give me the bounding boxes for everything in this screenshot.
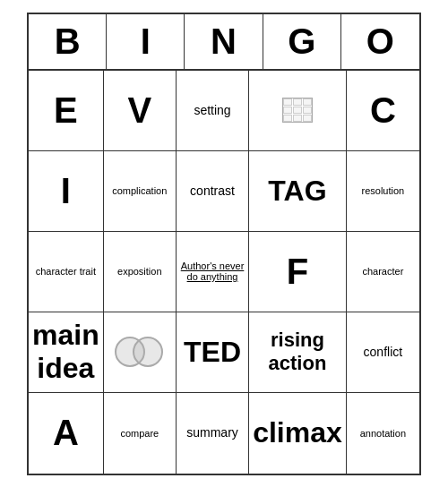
venn-circle-right — [133, 337, 163, 367]
venn-circles — [113, 334, 167, 370]
cell-r3c5: character — [347, 232, 419, 312]
cell-r2c3: contrast — [177, 151, 249, 232]
cell-text: exposition — [117, 266, 162, 277]
cell-r1c1: E — [29, 71, 104, 151]
grid-cell — [283, 115, 292, 122]
cell-r1c5: C — [347, 71, 419, 151]
cell-r3c1: character trait — [29, 232, 104, 312]
cell-text: conflict — [364, 345, 403, 360]
grid-cell — [283, 107, 292, 114]
bingo-card: B I N G O E V setting — [27, 13, 421, 475]
cell-r4c2-venn — [104, 312, 177, 393]
cell-r1c4-free — [249, 71, 347, 151]
cell-text: annotation — [360, 428, 406, 439]
cell-r5c3: summary — [177, 393, 249, 474]
grid-cell — [283, 98, 292, 106]
bingo-grid: E V setting C I — [29, 71, 419, 474]
cell-text: E — [54, 90, 78, 131]
grid-cell — [293, 98, 302, 106]
grid-cell — [303, 115, 312, 122]
cell-text: setting — [194, 103, 230, 118]
cell-r5c2: compare — [104, 393, 177, 474]
cell-text: contrast — [190, 184, 235, 199]
cell-text: character trait — [36, 266, 96, 277]
cell-text: A — [53, 413, 79, 453]
cell-text: character — [362, 266, 403, 277]
header-n: N — [185, 14, 263, 69]
cell-text: TAG — [268, 175, 326, 208]
header-i: I — [107, 14, 185, 69]
cell-r5c5: annotation — [347, 393, 419, 474]
cell-r2c5: resolution — [347, 151, 419, 232]
cell-text: summary — [186, 425, 238, 440]
grid-cell — [293, 115, 302, 122]
cell-r2c1: I — [29, 151, 104, 232]
header-o: O — [341, 14, 419, 69]
cell-r3c2: exposition — [104, 232, 177, 312]
cell-text: F — [287, 252, 308, 292]
cell-text: climax — [253, 416, 342, 449]
cell-r3c4: F — [249, 232, 347, 312]
cell-r4c1: main idea — [29, 312, 104, 393]
cell-text: C — [370, 90, 396, 131]
cell-r3c3: Author's never do anything — [177, 232, 249, 312]
venn-diagram — [113, 334, 167, 370]
cell-text: main idea — [32, 319, 99, 385]
cell-r1c2: V — [104, 71, 177, 151]
cell-text: TED — [184, 336, 241, 369]
cell-r4c5: conflict — [347, 312, 419, 393]
cell-r4c4: rising action — [249, 312, 347, 393]
cell-r4c3: TED — [177, 312, 249, 393]
cell-text: resolution — [362, 185, 405, 196]
free-space-grid — [282, 98, 313, 123]
grid-cell — [303, 107, 312, 114]
grid-cell — [303, 98, 312, 106]
cell-r1c3: setting — [177, 71, 249, 151]
cell-r5c1: A — [29, 393, 104, 474]
cell-text: Author's never do anything — [180, 261, 245, 282]
grid-cell — [293, 107, 302, 114]
cell-text: I — [61, 171, 71, 211]
cell-r2c4: TAG — [249, 151, 347, 232]
bingo-header: B I N G O — [29, 14, 419, 71]
cell-r5c4: climax — [249, 393, 347, 474]
header-b: B — [29, 14, 107, 69]
cell-text: rising action — [253, 329, 342, 375]
cell-text: compare — [120, 428, 159, 439]
cell-text: complication — [112, 185, 167, 196]
header-g: G — [263, 14, 341, 69]
cell-text: V — [127, 90, 151, 131]
cell-r2c2: complication — [104, 151, 177, 232]
